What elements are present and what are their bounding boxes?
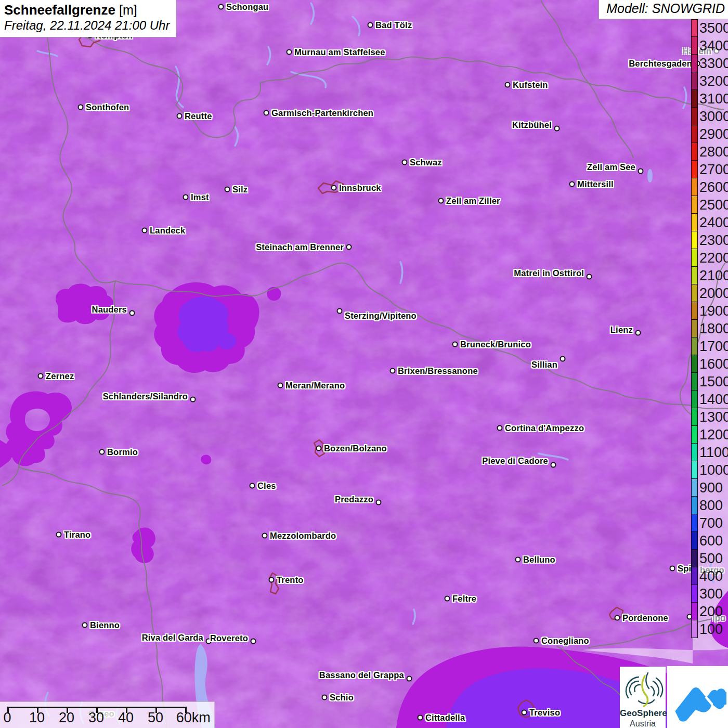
colorbar-swatch [691, 72, 698, 90]
colorbar-tick-label: 1500 [698, 375, 728, 389]
colorbar-row: 700 [691, 514, 728, 532]
colorbar-tick-label: 3100 [698, 92, 728, 106]
colorbar-swatch [691, 391, 698, 408]
city-marker [142, 228, 148, 233]
colorbar-tick-label: 600 [698, 534, 723, 548]
colorbar-tick-label: 2300 [698, 233, 728, 248]
colorbar-row: 1700 [691, 337, 728, 355]
colorbar-swatch [691, 178, 698, 196]
colorbar-row: 2900 [691, 125, 728, 143]
colorbar-row: 200 [691, 603, 728, 620]
colorbar-swatch [691, 125, 698, 143]
colorbar-tick-label: 200 [698, 605, 723, 619]
scale-bar-label: 20 [59, 710, 74, 726]
city-label: Pieve di Cadore [482, 456, 548, 466]
colorbar-swatch [691, 55, 698, 72]
city-label: Tirano [64, 530, 90, 540]
city-marker [452, 342, 458, 347]
colorbar-row: 2600 [691, 178, 728, 196]
colorbar-swatch [691, 214, 698, 231]
colorbar-tick-label: 700 [698, 516, 723, 530]
city-marker [615, 615, 620, 621]
colorbar-row: 3400 [691, 37, 728, 55]
page-title: Schneefallgrenze [m] [4, 3, 170, 18]
city-marker [56, 532, 62, 538]
title-unit: [m] [119, 3, 137, 17]
city-marker [534, 638, 539, 644]
colorbar-tick-label: 2500 [698, 198, 728, 212]
colorbar-swatch [691, 532, 698, 550]
scale-bar-label: 0 [3, 710, 11, 726]
valid-time: Freitag, 22.11.2024 21:00 Uhr [4, 18, 170, 33]
colorbar-swatch [691, 37, 698, 55]
colorbar-tick-label: 2800 [698, 145, 728, 159]
mountain-cloud-logo-icon [669, 668, 726, 726]
colorbar-swatch [691, 408, 698, 426]
city-label: Zell am See [587, 162, 635, 172]
city-label: Kufstein [513, 80, 548, 90]
geosphere-contour-icon [620, 667, 666, 707]
city-marker [390, 368, 396, 374]
city-marker [551, 462, 556, 468]
city-marker [337, 308, 343, 314]
colorbar-row: 3100 [691, 90, 728, 108]
city-label: Belluno [523, 555, 555, 565]
colorbar-tick-label: 1400 [698, 393, 728, 407]
model-label: Modell: SNOWGRID [599, 0, 728, 19]
city-marker [638, 168, 644, 174]
city-marker [418, 715, 423, 721]
colorbar-row: 1900 [691, 302, 728, 320]
city-marker [183, 194, 189, 200]
colorbar-tick-label: 900 [698, 481, 723, 495]
city-label: Nauders [92, 305, 127, 315]
city-marker [177, 113, 183, 119]
colorbar-swatch [691, 161, 698, 178]
city-label: Zernez [46, 371, 74, 381]
colorbar-row: 100 [691, 620, 728, 638]
colorbar-swatch [691, 249, 698, 267]
city-label: Bassano del Grappa [319, 670, 404, 680]
city-marker [250, 483, 255, 489]
colorbar-swatch [691, 497, 698, 514]
colorbar-row: 2500 [691, 196, 728, 214]
city-label: Brixen/Bressanone [398, 366, 478, 376]
city-marker [331, 185, 337, 191]
city-label: Rovereto [210, 633, 248, 643]
colorbar-swatch [691, 567, 698, 585]
city-marker [569, 181, 575, 187]
colorbar-swatch [691, 284, 698, 302]
scale-bar: 0102030405060km [0, 701, 215, 728]
colorbar-tick-label: 3400 [698, 39, 728, 53]
colorbar-row: 500 [691, 550, 728, 567]
city-label: Mezzolombardo [270, 531, 336, 541]
colorbar-row: 2000 [691, 284, 728, 302]
colorbar-tick-label: 500 [698, 552, 723, 566]
colorbar-swatch [691, 19, 698, 37]
city-label: Schongau [226, 2, 268, 12]
city-marker [368, 22, 373, 28]
colorbar-tick-label: 1000 [698, 463, 728, 477]
colorbar-row: 2700 [691, 161, 728, 178]
colorbar-swatch [691, 196, 698, 214]
title-text: Schneefallgrenze [4, 2, 115, 18]
city-label: Cittadella [425, 713, 465, 723]
city-marker [554, 126, 560, 132]
colorbar-swatch [691, 479, 698, 497]
colorbar-row: 2200 [691, 249, 728, 267]
colorbar-swatch [691, 108, 698, 125]
colorbar-tick-label: 3200 [698, 74, 728, 88]
colorbar-row: 300 [691, 585, 728, 603]
geosphere-logo: GeoSphere Austria [620, 667, 666, 728]
city-label: Bozen/Bolzano [324, 444, 387, 453]
colorbar-swatch [691, 426, 698, 444]
colorbar-swatch [691, 267, 698, 284]
city-label: Bad Tölz [375, 20, 412, 30]
city-label: Meran/Merano [285, 381, 345, 391]
colorbar-row: 1200 [691, 426, 728, 444]
city-label: Innsbruck [339, 183, 381, 193]
colorbar-row: 1000 [691, 461, 728, 479]
colorbar-swatch [691, 514, 698, 532]
partner-logo [667, 666, 728, 728]
city-label: Sterzing/Vipiteno [345, 311, 417, 321]
colorbar-swatch [691, 585, 698, 603]
